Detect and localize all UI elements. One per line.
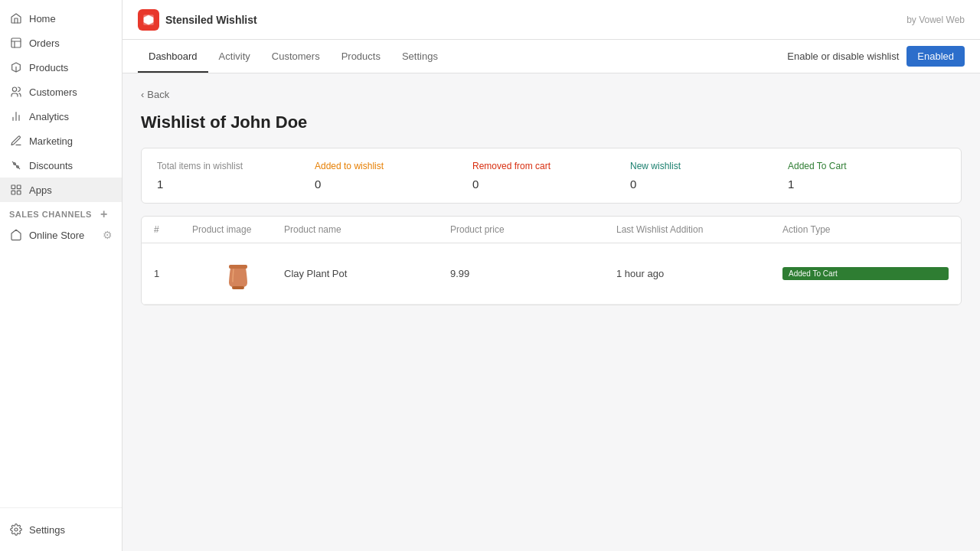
stat-cart-value: 1 — [788, 178, 946, 191]
sidebar-item-discounts[interactable]: Discounts — [0, 153, 122, 178]
stat-total-label: Total items in wishlist — [157, 161, 315, 171]
stat-removed-label: Removed from cart — [472, 161, 630, 171]
table-row: 1 Clay Plant Pot 9.99 — [142, 243, 961, 305]
enabled-button[interactable]: Enabled — [906, 46, 965, 67]
tab-customers[interactable]: Customers — [261, 41, 331, 73]
sidebar-item-analytics[interactable]: Analytics — [0, 104, 122, 129]
stat-removed-value: 0 — [472, 178, 630, 191]
sidebar-item-label: Products — [29, 62, 68, 73]
page-title: Wishlist of John Doe — [141, 112, 962, 132]
svg-point-1 — [12, 87, 16, 91]
sidebar-item-label: Analytics — [29, 111, 69, 122]
tab-products[interactable]: Products — [331, 41, 391, 73]
col-price: Product price — [450, 224, 616, 235]
row-action-badge: Added To Cart — [782, 267, 949, 280]
orders-icon — [9, 36, 23, 50]
sidebar-item-orders[interactable]: Orders — [0, 31, 122, 55]
sidebar-item-label: Marketing — [29, 135, 73, 147]
stat-added-label: Added to wishlist — [315, 161, 472, 171]
settings-icon — [9, 523, 23, 536]
sidebar: Home Orders Products Customers Analytics — [0, 0, 122, 551]
sidebar-item-settings[interactable]: Settings — [9, 517, 113, 542]
sidebar-item-online-store[interactable]: Online Store ⚙ — [0, 223, 122, 246]
stat-cart-label: Added To Cart — [788, 161, 946, 171]
sidebar-item-marketing[interactable]: Marketing — [0, 129, 122, 153]
home-icon — [9, 11, 23, 25]
enable-label: Enable or disable wishlist — [787, 51, 899, 62]
sidebar-item-home[interactable]: Home — [0, 6, 122, 31]
table-header: # Product image Product name Product pri… — [142, 217, 961, 243]
pot-image — [224, 256, 252, 292]
apps-icon — [9, 183, 23, 197]
svg-rect-11 — [232, 286, 244, 289]
app-logo — [138, 9, 159, 31]
tab-activity[interactable]: Activity — [208, 41, 261, 73]
row-product-name: Clay Plant Pot — [284, 268, 450, 279]
by-label: by Vowel Web — [906, 15, 965, 25]
app-name-label: Stensiled Wishlist — [165, 14, 257, 26]
sidebar-item-label: Apps — [29, 184, 52, 196]
col-name: Product name — [284, 224, 450, 235]
settings-label: Settings — [29, 524, 65, 536]
svg-rect-6 — [11, 191, 15, 194]
stat-total: Total items in wishlist 1 — [157, 161, 315, 191]
marketing-icon — [9, 134, 23, 148]
stat-added-value: 0 — [315, 178, 472, 191]
stats-card: Total items in wishlist 1 Added to wishl… — [141, 148, 962, 204]
sidebar-item-label: Home — [29, 13, 56, 24]
svg-rect-7 — [17, 191, 21, 194]
sidebar-item-label: Discounts — [29, 160, 73, 171]
col-image: Product image — [192, 224, 284, 235]
sales-channels-label: SALES CHANNELS — [9, 210, 92, 219]
stat-new-value: 0 — [630, 178, 788, 191]
main-area: Stensiled Wishlist by Vowel Web Dashboar… — [122, 0, 980, 551]
col-last-addition: Last Wishlist Addition — [616, 224, 782, 235]
analytics-icon — [9, 109, 23, 123]
sidebar-item-label: Orders — [29, 37, 60, 49]
stat-cart: Added To Cart 1 — [788, 161, 946, 191]
svg-rect-4 — [11, 185, 15, 189]
tab-settings[interactable]: Settings — [391, 41, 449, 73]
tabs: Dashboard Activity Customers Products Se… — [138, 41, 449, 72]
sidebar-item-customers[interactable]: Customers — [0, 80, 122, 104]
stat-total-value: 1 — [157, 178, 315, 191]
products-table: # Product image Product name Product pri… — [141, 216, 962, 305]
products-icon — [9, 60, 23, 74]
online-store-label: Online Store — [29, 230, 84, 241]
add-sales-channel-icon[interactable]: + — [100, 208, 113, 220]
sidebar-item-apps[interactable]: Apps — [0, 178, 122, 202]
row-price: 9.99 — [450, 268, 616, 279]
customers-icon — [9, 85, 23, 99]
back-label: Back — [147, 89, 169, 100]
col-action: Action Type — [782, 224, 949, 235]
stat-new: New wishlist 0 — [630, 161, 788, 191]
stat-new-label: New wishlist — [630, 161, 788, 171]
content-area: ‹ Back Wishlist of John Doe Total items … — [122, 73, 980, 551]
back-chevron-icon: ‹ — [141, 89, 144, 100]
row-num: 1 — [154, 268, 192, 279]
enable-toggle: Enable or disable wishlist Enabled — [787, 46, 965, 67]
store-icon — [9, 228, 23, 242]
svg-rect-5 — [17, 185, 21, 189]
discounts-icon — [9, 158, 23, 172]
tab-bar: Dashboard Activity Customers Products Se… — [122, 40, 980, 73]
sales-channels-header: SALES CHANNELS + — [0, 202, 122, 223]
stat-added: Added to wishlist 0 — [315, 161, 472, 191]
app-title: Stensiled Wishlist — [138, 9, 257, 31]
sidebar-nav: Home Orders Products Customers Analytics — [0, 0, 122, 507]
row-last-addition: 1 hour ago — [616, 268, 782, 279]
sidebar-item-products[interactable]: Products — [0, 55, 122, 80]
tab-dashboard[interactable]: Dashboard — [138, 41, 208, 73]
back-link[interactable]: ‹ Back — [141, 89, 962, 100]
col-num: # — [154, 224, 192, 235]
svg-rect-0 — [11, 38, 21, 47]
online-store-left: Online Store — [9, 228, 84, 242]
stat-removed: Removed from cart 0 — [472, 161, 630, 191]
sidebar-bottom: Settings — [0, 507, 122, 551]
svg-point-8 — [15, 528, 18, 531]
app-header: Stensiled Wishlist by Vowel Web — [122, 0, 980, 40]
online-store-settings-icon[interactable]: ⚙ — [103, 229, 113, 241]
product-image — [192, 256, 284, 292]
sidebar-item-label: Customers — [29, 86, 77, 98]
svg-rect-10 — [229, 265, 247, 269]
